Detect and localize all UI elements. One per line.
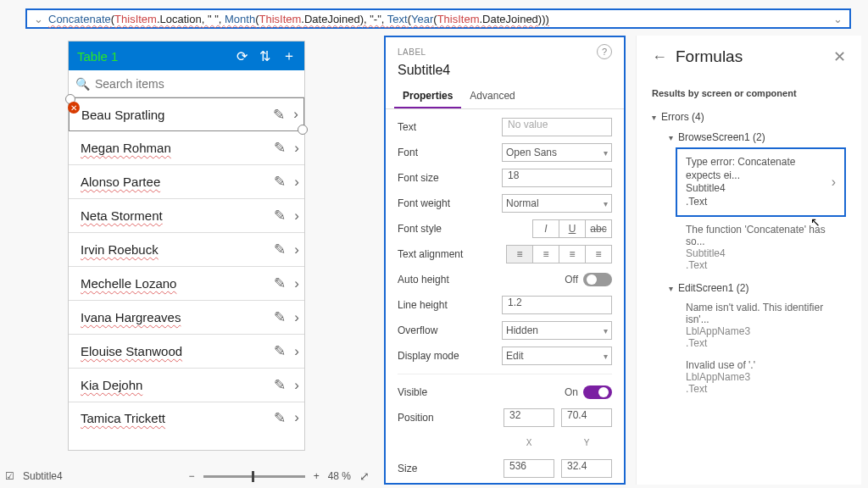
- formula-bar[interactable]: ⌄ Concatenate(ThisItem.Location, " ", Mo…: [25, 8, 851, 29]
- edit-icon[interactable]: ✎: [274, 409, 286, 427]
- chevron-right-icon[interactable]: ›: [294, 309, 299, 326]
- edit-icon[interactable]: ✎: [274, 342, 286, 360]
- error-item[interactable]: Name isn't valid. This identifier isn'..…: [686, 298, 846, 356]
- screen-node[interactable]: ▾BrowseScreen1 (2): [652, 127, 846, 147]
- chevron-down-icon: ▾: [669, 133, 673, 142]
- edit-icon[interactable]: ✎: [274, 274, 286, 292]
- row-name: Alonso Partee: [81, 175, 265, 189]
- error-item[interactable]: The function 'Concatenate' has so... Sub…: [686, 220, 846, 278]
- edit-icon[interactable]: ✎: [274, 207, 286, 225]
- chevron-right-icon[interactable]: ›: [293, 106, 298, 123]
- canvas-area[interactable]: Table 1 ⟳ ⇅ ＋ 🔍 ✕ Beau Spratling ✎ › Meg…: [0, 36, 373, 451]
- prop-lineheight-input[interactable]: 1.2: [502, 296, 612, 314]
- status-bar: ☑ Subtitle4 − + 48 % ⤢: [5, 469, 370, 483]
- gallery-title: Table 1: [77, 49, 225, 64]
- italic-button[interactable]: I: [532, 219, 559, 238]
- search-icon: 🔍: [75, 77, 90, 91]
- prop-displaymode-select[interactable]: Edit▾: [502, 347, 612, 365]
- prop-style-label: Font style: [398, 223, 533, 235]
- property-tabs: Properties Advanced: [386, 85, 624, 109]
- sort-icon[interactable]: ⇅: [259, 48, 270, 64]
- refresh-icon[interactable]: ⟳: [236, 48, 248, 64]
- chevron-right-icon[interactable]: ›: [294, 241, 299, 258]
- fit-screen-icon[interactable]: ⤢: [359, 469, 370, 483]
- zoom-in-button[interactable]: +: [314, 470, 320, 482]
- align-center-button[interactable]: ≡: [532, 245, 559, 263]
- gallery-row[interactable]: Elouise Stanwood✎›: [69, 335, 304, 369]
- chevron-right-icon[interactable]: ›: [294, 343, 299, 360]
- gallery-row[interactable]: Kia Dejohn✎›: [69, 369, 304, 402]
- tree-icon[interactable]: ☑: [5, 470, 14, 482]
- edit-icon[interactable]: ✎: [274, 139, 286, 157]
- formula-dropdown-icon[interactable]: ⌄: [833, 13, 843, 25]
- visible-toggle[interactable]: [583, 385, 612, 399]
- gallery-row[interactable]: Irvin Roebuck✎›: [69, 233, 304, 267]
- screen-node[interactable]: ▾EditScreen1 (2): [652, 278, 846, 298]
- prop-overflow-select[interactable]: Hidden▾: [502, 321, 612, 340]
- gallery-row[interactable]: ✕ Beau Spratling ✎ ›: [69, 97, 304, 131]
- errors-node[interactable]: ▾Errors (4): [652, 107, 846, 127]
- align-left-button[interactable]: ≡: [506, 245, 533, 263]
- error-card[interactable]: Type error: Concatenate expects ei... Su…: [676, 147, 846, 217]
- zoom-out-button[interactable]: −: [189, 470, 195, 482]
- prop-font-select[interactable]: Open Sans▾: [502, 143, 612, 162]
- chevron-right-icon[interactable]: ›: [294, 409, 299, 426]
- formula-text[interactable]: Concatenate(ThisItem.Location, " ", Mont…: [48, 13, 549, 25]
- selected-control[interactable]: Subtitle4: [23, 470, 63, 482]
- gallery-row[interactable]: Megan Rohman✎›: [69, 131, 304, 165]
- add-icon[interactable]: ＋: [282, 47, 296, 65]
- pos-y-input[interactable]: 70.4: [561, 408, 612, 427]
- error-item[interactable]: Invalid use of '.' LblAppName3 .Text: [686, 356, 846, 402]
- prop-visible-label: Visible: [398, 386, 565, 398]
- edit-icon[interactable]: ✎: [274, 173, 286, 191]
- error-badge-icon: ✕: [68, 102, 80, 114]
- prop-fontsize-label: Font size: [398, 172, 502, 184]
- prop-lineheight-label: Line height: [398, 299, 502, 311]
- close-icon[interactable]: ✕: [833, 47, 846, 66]
- search-row[interactable]: 🔍: [69, 70, 304, 97]
- prop-fontsize-input[interactable]: 18: [502, 169, 612, 187]
- autoheight-toggle[interactable]: [583, 273, 612, 286]
- zoom-value: 48 %: [328, 470, 351, 482]
- gallery-row[interactable]: Ivana Hargreaves✎›: [69, 301, 304, 335]
- back-icon[interactable]: ←: [652, 48, 667, 66]
- height-input[interactable]: 32.4: [561, 459, 612, 478]
- row-name: Neta Storment: [81, 208, 265, 223]
- row-name: Kia Dejohn: [81, 378, 265, 392]
- gallery-row[interactable]: Tamica Trickett✎›: [69, 402, 304, 433]
- edit-icon[interactable]: ✎: [274, 376, 286, 394]
- chevron-right-icon[interactable]: ›: [832, 175, 836, 190]
- chevron-right-icon[interactable]: ›: [294, 174, 299, 191]
- chevron-right-icon[interactable]: ›: [294, 208, 299, 225]
- edit-icon[interactable]: ✎: [273, 106, 285, 124]
- chevron-right-icon[interactable]: ›: [294, 377, 299, 394]
- gallery-row[interactable]: Mechelle Lozano✎›: [69, 267, 304, 301]
- chevron-right-icon[interactable]: ›: [294, 140, 299, 157]
- underline-button[interactable]: U: [559, 219, 586, 238]
- chevron-down-icon: ▾: [604, 352, 608, 361]
- align-justify-button[interactable]: ≡: [585, 245, 612, 263]
- align-right-button[interactable]: ≡: [559, 245, 586, 263]
- pos-x-input[interactable]: 32: [504, 408, 554, 427]
- edit-icon[interactable]: ✎: [274, 241, 286, 258]
- prop-text-input[interactable]: No value: [502, 118, 612, 136]
- row-name: Irvin Roebuck: [81, 242, 265, 257]
- formula-expand-icon[interactable]: ⌄: [34, 13, 43, 25]
- tab-properties[interactable]: Properties: [394, 85, 461, 108]
- prop-weight-label: Font weight: [398, 197, 502, 209]
- gallery-row[interactable]: Alonso Partee✎›: [69, 165, 304, 199]
- align-group: ≡≡≡≡: [507, 245, 612, 263]
- zoom-slider[interactable]: [203, 475, 305, 478]
- search-input[interactable]: [95, 77, 298, 91]
- help-icon[interactable]: ?: [597, 44, 612, 59]
- width-input[interactable]: 536: [504, 459, 554, 478]
- tab-advanced[interactable]: Advanced: [461, 85, 523, 108]
- gallery-table[interactable]: Table 1 ⟳ ⇅ ＋ 🔍 ✕ Beau Spratling ✎ › Meg…: [68, 41, 305, 451]
- gallery-row[interactable]: Neta Storment✎›: [69, 199, 304, 233]
- edit-icon[interactable]: ✎: [274, 308, 286, 326]
- chevron-right-icon[interactable]: ›: [294, 275, 299, 292]
- chevron-down-icon: ▾: [604, 199, 608, 208]
- prop-weight-select[interactable]: Normal▾: [502, 194, 612, 213]
- strike-button[interactable]: abc: [585, 219, 612, 238]
- prop-overflow-label: Overflow: [398, 324, 502, 336]
